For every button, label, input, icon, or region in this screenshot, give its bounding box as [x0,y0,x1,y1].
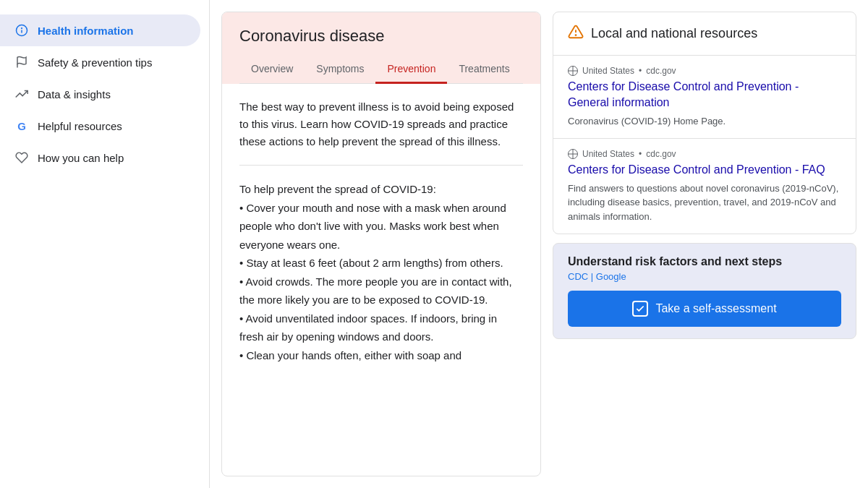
trending-icon [14,87,29,101]
info-icon [14,23,29,38]
risk-assessment-card: Understand risk factors and next steps C… [553,243,856,339]
sidebar: Health information Safety & prevention t… [0,0,210,488]
disease-card: Coronavirus disease Overview Symptoms Pr… [221,12,541,476]
assessment-btn-label: Take a self-assessment [655,302,776,315]
sidebar-item-helpful-resources[interactable]: G Helpful resources [0,110,200,142]
resource-country-1: United States [582,66,634,76]
sidebar-item-data-insights[interactable]: Data & insights [0,78,200,110]
tabs: Overview Symptoms Prevention Treatments [239,56,523,84]
resource-item-2: United States • cdc.gov Centers for Dise… [553,139,856,234]
warning-icon [568,24,584,43]
resource-link-1[interactable]: Centers for Disease Control and Preventi… [568,79,841,111]
tab-prevention[interactable]: Prevention [375,56,447,84]
sidebar-item-how-you-can-help[interactable]: How you can help [0,142,200,174]
globe-icon-2 [568,149,578,159]
sidebar-item-label: How you can help [38,152,124,164]
right-panel: Local and national resources United Stat… [553,12,856,476]
resource-item-1: United States • cdc.gov Centers for Dise… [553,56,856,139]
globe-icon-1 [568,66,578,76]
check-icon [632,301,648,317]
tab-treatments[interactable]: Treatments [447,56,521,84]
resource-meta-1: United States • cdc.gov [568,66,841,76]
sidebar-item-label: Health information [38,25,134,37]
risk-title: Understand risk factors and next steps [568,255,841,268]
resources-title: Local and national resources [591,26,757,41]
sidebar-item-label: Safety & prevention tips [38,56,152,69]
detail-text: To help prevent the spread of COVID-19: … [239,180,523,364]
resource-description-1: Coronavirus (COVID-19) Home Page. [568,114,841,129]
disease-title: Coronavirus disease [239,27,523,56]
resources-card: Local and national resources United Stat… [553,12,856,234]
sidebar-item-label: Data & insights [38,88,111,100]
google-icon: G [14,119,29,133]
main-content: Coronavirus disease Overview Symptoms Pr… [210,0,868,488]
resource-domain-1: cdc.gov [646,66,676,76]
sidebar-item-safety-prevention[interactable]: Safety & prevention tips [0,46,200,78]
helping-icon [14,150,29,165]
risk-sources: CDC | Google [568,271,841,282]
tab-overview[interactable]: Overview [239,56,305,84]
resource-separator-2: • [639,149,642,159]
sidebar-item-label: Helpful resources [38,120,122,132]
resource-separator-1: • [639,66,642,76]
resource-description-2: Find answers to questions about novel co… [568,181,841,224]
resource-country-2: United States [582,149,634,159]
resource-meta-2: United States • cdc.gov [568,149,841,159]
resources-header: Local and national resources [553,12,856,56]
resource-link-2[interactable]: Centers for Disease Control and Preventi… [568,162,841,178]
tab-symptoms[interactable]: Symptoms [305,56,375,84]
take-assessment-button[interactable]: Take a self-assessment [568,291,841,327]
flag-icon [14,55,29,69]
intro-text: The best way to prevent illness is to av… [239,98,523,166]
disease-body: The best way to prevent illness is to av… [222,84,540,471]
sidebar-item-health-information[interactable]: Health information [0,14,200,46]
resource-domain-2: cdc.gov [646,149,676,159]
disease-card-header: Coronavirus disease Overview Symptoms Pr… [222,12,540,84]
